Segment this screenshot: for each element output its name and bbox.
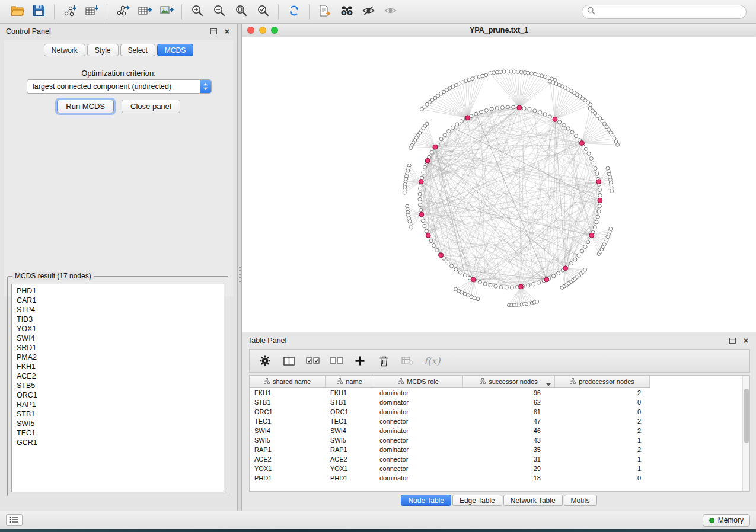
mcds-result-item[interactable]: PMA2 (12, 352, 224, 362)
mcds-result-item[interactable]: PHD1 (12, 286, 224, 296)
table-settings-gear-icon[interactable] (258, 354, 272, 368)
mcds-result-item[interactable]: TEC1 (12, 428, 224, 438)
zoom-in-button[interactable] (186, 2, 208, 21)
dominator-node[interactable] (589, 233, 594, 238)
table-row[interactable]: FKH1FKH1dominator962 (250, 388, 749, 398)
refresh-layout-button[interactable] (283, 2, 305, 21)
dominator-node[interactable] (426, 233, 430, 238)
network-node[interactable] (562, 123, 566, 127)
network-node[interactable] (483, 282, 487, 286)
network-node[interactable] (587, 152, 591, 155)
save-session-button[interactable] (28, 2, 50, 21)
mcds-result-item[interactable]: RAP1 (12, 400, 224, 409)
network-node[interactable] (477, 75, 481, 79)
zoom-fit-button[interactable] (230, 2, 252, 21)
network-node[interactable] (595, 220, 598, 224)
network-node[interactable] (552, 274, 556, 278)
network-node[interactable] (479, 110, 483, 114)
network-node[interactable] (574, 134, 578, 138)
dominator-node[interactable] (419, 212, 424, 217)
network-node[interactable] (543, 113, 547, 116)
network-node[interactable] (439, 137, 443, 141)
mcds-result-item[interactable]: STB1 (12, 409, 224, 419)
network-node[interactable] (592, 162, 595, 165)
float-window-icon[interactable] (209, 27, 218, 36)
network-node[interactable] (537, 73, 540, 77)
scrollbar-thumb[interactable] (744, 389, 749, 443)
network-node[interactable] (432, 244, 436, 248)
network-node[interactable] (527, 284, 530, 287)
select-all-columns-icon[interactable] (305, 354, 320, 368)
show-details-button[interactable] (379, 2, 401, 21)
tab-network[interactable]: Network (44, 44, 85, 56)
network-node[interactable] (495, 70, 499, 74)
network-node[interactable] (533, 72, 537, 76)
network-node[interactable] (513, 70, 516, 73)
network-node[interactable] (471, 77, 474, 81)
table-row[interactable]: TEC1TEC1connector472 (250, 416, 749, 426)
tab-network-table[interactable]: Network Table (503, 495, 563, 506)
close-panel-icon[interactable]: × (223, 27, 231, 36)
network-node[interactable] (586, 241, 590, 244)
optimization-criterion-select[interactable]: largest connected component (undirected) (27, 79, 212, 94)
network-node[interactable] (478, 280, 481, 284)
network-node[interactable] (527, 71, 530, 75)
dominator-node[interactable] (425, 158, 430, 163)
network-node[interactable] (409, 146, 413, 150)
network-node[interactable] (598, 204, 601, 208)
network-node[interactable] (451, 126, 455, 129)
network-node[interactable] (530, 72, 534, 75)
dominator-node[interactable] (465, 116, 470, 120)
table-row[interactable]: STB1STB1dominator620 (250, 398, 749, 407)
network-canvas[interactable] (242, 37, 756, 332)
network-node[interactable] (484, 108, 488, 112)
tab-mcds[interactable]: MCDS (157, 44, 193, 56)
mcds-result-item[interactable]: FKH1 (12, 362, 224, 371)
table-row[interactable]: ACE2ACE2connector311 (250, 454, 749, 464)
network-node[interactable] (458, 271, 462, 274)
close-panel-button[interactable]: Close panel (122, 100, 180, 113)
network-node[interactable] (583, 268, 587, 271)
network-node[interactable] (454, 268, 458, 271)
network-node[interactable] (410, 226, 413, 229)
zoom-selected-button[interactable] (252, 2, 274, 21)
network-node[interactable] (522, 107, 526, 110)
mcds-result-item[interactable]: TID3 (12, 315, 224, 324)
network-node[interactable] (537, 281, 540, 284)
network-node[interactable] (467, 78, 471, 82)
mcds-result-item[interactable]: SRD1 (12, 343, 224, 352)
network-node[interactable] (569, 261, 573, 265)
network-node[interactable] (512, 105, 515, 109)
dominator-node[interactable] (419, 180, 423, 184)
network-node[interactable] (598, 188, 601, 191)
network-node[interactable] (609, 227, 613, 231)
show-columns-icon[interactable] (282, 354, 296, 368)
mcds-result-item[interactable]: STP4 (12, 305, 224, 315)
network-node[interactable] (594, 166, 597, 170)
network-node[interactable] (589, 156, 593, 160)
tab-edge-table[interactable]: Edge Table (452, 495, 502, 506)
network-node[interactable] (540, 74, 544, 78)
network-node[interactable] (476, 297, 480, 301)
table-row[interactable]: ORC1ORC1dominator610 (250, 407, 749, 416)
unselect-all-columns-icon[interactable] (329, 354, 343, 368)
mcds-result-list[interactable]: PHD1CAR1STP4TID3YOX1SWI4SRD1PMA2FKH1ACE2… (11, 284, 224, 492)
table-row[interactable]: PHD1PHD1dominator180 (250, 473, 749, 483)
network-node[interactable] (419, 187, 422, 190)
delete-column-icon[interactable] (377, 354, 391, 368)
network-node[interactable] (502, 70, 506, 73)
network-node[interactable] (473, 296, 476, 300)
network-node[interactable] (494, 284, 497, 288)
run-mcds-button[interactable]: Run MCDS (57, 100, 114, 113)
close-window-icon[interactable] (247, 27, 254, 34)
network-node[interactable] (519, 70, 523, 74)
network-node[interactable] (566, 127, 570, 130)
network-node[interactable] (460, 120, 463, 123)
dominator-node[interactable] (544, 277, 549, 282)
minimize-window-icon[interactable] (259, 27, 266, 34)
network-node[interactable] (455, 123, 459, 126)
network-node[interactable] (421, 219, 425, 223)
network-node[interactable] (557, 120, 561, 124)
network-node[interactable] (474, 76, 478, 79)
network-node[interactable] (490, 107, 493, 111)
